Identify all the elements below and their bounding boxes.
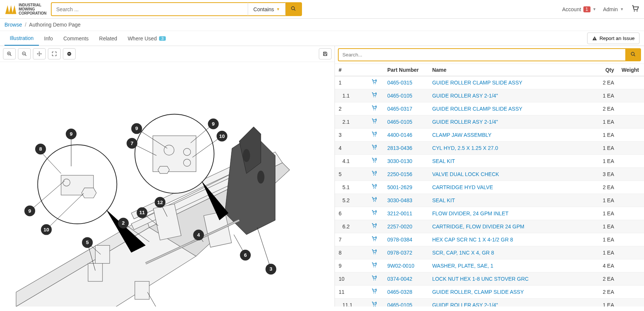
part-name-link[interactable]: HEX CAP SCR NC 1 X 4-1/2 GR 8 [432,237,513,243]
part-name-link[interactable]: CLAMP JAW ASSEMBLY [432,132,491,138]
callout-9[interactable]: 9 [24,206,35,216]
table-row[interactable]: 1.10465-0105GUIDE ROLLER ASY 2-1/4"1 EA [335,89,644,102]
part-number-link[interactable]: 0465-0328 [387,289,412,295]
part-name-link[interactable]: SCR, CAP, 1NC X 4, GR 8 [432,250,494,256]
callout-10b[interactable]: 10 [217,131,228,142]
part-name-link[interactable]: FLOW DIVIDER, 24 GPM INLET [432,210,509,216]
part-name-link[interactable]: GUIDE ROLLER ASY 2-1/4" [432,93,498,99]
brand-logo[interactable]: INDUSTRIAL MOWING CORPORATION [4,3,46,15]
global-search-input[interactable] [51,2,248,16]
table-row[interactable]: 80978-0372SCR, CAP, 1NC X 4, GR 81 EA [335,246,644,259]
part-number-link[interactable]: 9W02-0010 [387,263,414,269]
add-to-cart-button[interactable] [371,250,378,256]
add-to-cart-button[interactable] [371,171,378,178]
table-row[interactable]: 5.23030-0483SEAL KIT1 EA [335,194,644,207]
zoom-out-button[interactable] [18,48,31,59]
table-row[interactable]: 6.22257-0020CARTRIDGE, FLOW DIVIDER 24 G… [335,220,644,233]
table-row[interactable]: 52250-0156VALVE DUAL LOCK CHECK3 EA [335,168,644,181]
part-number-link[interactable]: 3212-0011 [387,210,412,216]
part-number-link[interactable]: 0465-0315 [387,80,412,86]
part-name-link[interactable]: CYL HYD, 2.5 X 1.25 X 27.0 [432,145,498,151]
add-to-cart-button[interactable] [371,93,378,99]
part-name-link[interactable]: LOCK NUT HEX 1-8 UNC STOVER GRC [432,276,529,282]
table-row[interactable]: 4.13030-0130SEAL KIT1 EA [335,155,644,168]
col-header-qty[interactable]: Qty [588,64,618,76]
add-to-cart-button[interactable] [371,289,378,295]
part-number-link[interactable]: 3030-0130 [387,158,412,164]
part-name-link[interactable]: GUIDE ROLLER ASY 2-1/4" [432,302,498,307]
add-to-cart-button[interactable] [371,302,378,307]
table-row[interactable]: 70978-0384HEX CAP SCR NC 1 X 4-1/2 GR 81… [335,233,644,246]
part-number-link[interactable]: 5001-2629 [387,184,412,190]
report-issue-button[interactable]: Report an Issue [587,33,640,44]
callout-6[interactable]: 6 [240,250,251,261]
add-to-cart-button[interactable] [371,210,378,217]
part-number-link[interactable]: 4400-0146 [387,132,412,138]
col-header-name[interactable]: Name [428,64,588,76]
part-name-link[interactable]: SEAL KIT [432,158,455,164]
callout-2[interactable]: 2 [118,218,129,228]
table-row[interactable]: 99W02-0010WASHER, PLATE, SAE, 14 EA [335,259,644,272]
part-name-link[interactable]: GUIDE ROLLER, CLAMP SLIDE ASSY [432,289,524,295]
search-filter-dropdown[interactable]: Contains ▼ [248,2,286,16]
part-number-link[interactable]: 0978-0372 [387,250,412,256]
part-number-link[interactable]: 0978-0384 [387,237,412,243]
add-to-cart-button[interactable] [371,197,378,204]
parts-search-button[interactable] [625,48,641,61]
part-number-link[interactable]: 0465-0317 [387,106,412,112]
part-name-link[interactable]: GUIDE ROLLER CLAMP SLIDE ASSY [432,80,522,86]
part-number-link[interactable]: 2257-0020 [387,224,412,230]
add-to-cart-button[interactable] [371,276,378,282]
part-name-link[interactable]: WASHER, PLATE, SAE, 1 [432,263,493,269]
callout-9d[interactable]: 9 [208,118,219,129]
callout-9b[interactable]: 9 [66,129,77,139]
col-header-part[interactable]: Part Number [384,64,428,76]
part-name-link[interactable]: GUIDE ROLLER CLAMP SLIDE ASSY [432,106,522,112]
part-number-link[interactable]: 0465-0105 [387,119,412,125]
callout-10[interactable]: 10 [41,224,52,235]
reset-button[interactable] [63,48,76,59]
pan-button[interactable] [33,48,46,59]
cart-button[interactable] [631,4,640,15]
callout-11[interactable]: 11 [137,207,147,218]
part-name-link[interactable]: SEAL KIT [432,197,455,203]
table-row[interactable]: 20465-0317GUIDE ROLLER CLAMP SLIDE ASSY2… [335,102,644,116]
breadcrumb-root[interactable]: Browse [4,22,22,28]
search-button[interactable] [286,2,302,16]
add-to-cart-button[interactable] [371,263,378,269]
tab-related[interactable]: Related [94,32,122,45]
col-header-num[interactable]: # [335,64,365,76]
col-header-weight[interactable]: Weight [618,64,644,76]
account-dropdown[interactable]: Account 1 ▼ [562,6,596,12]
tab-info[interactable]: Info [39,32,58,45]
add-to-cart-button[interactable] [371,184,378,191]
table-row[interactable]: 5.15001-2629CARTRIDGE HYD VALVE2 EA [335,181,644,194]
callout-8[interactable]: 8 [35,144,46,154]
add-to-cart-button[interactable] [371,224,378,230]
save-layout-button[interactable] [319,48,332,59]
part-number-link[interactable]: 0374-0042 [387,276,412,282]
tab-where-used[interactable]: Where Used 3 [122,32,171,45]
parts-search-input[interactable] [338,48,625,61]
add-to-cart-button[interactable] [371,132,378,138]
part-number-link[interactable]: 3030-0483 [387,197,412,203]
add-to-cart-button[interactable] [371,158,378,164]
table-row[interactable]: 42813-0436CYL HYD, 2.5 X 1.25 X 27.01 EA [335,142,644,155]
callout-9c[interactable]: 9 [131,123,142,134]
callout-12[interactable]: 12 [155,197,165,208]
callout-7[interactable]: 7 [126,138,137,149]
part-name-link[interactable]: CARTRIDGE HYD VALVE [432,184,493,190]
part-name-link[interactable]: CARTRIDGE, FLOW DIVIDER 24 GPM [432,224,524,230]
table-row[interactable]: 100374-0042LOCK NUT HEX 1-8 UNC STOVER G… [335,272,644,286]
table-row[interactable]: 110465-0328GUIDE ROLLER, CLAMP SLIDE ASS… [335,286,644,299]
table-row[interactable]: 63212-0011FLOW DIVIDER, 24 GPM INLET1 EA [335,207,644,220]
part-number-link[interactable]: 2813-0436 [387,145,412,151]
table-row[interactable]: 10465-0315GUIDE ROLLER CLAMP SLIDE ASSY2… [335,76,644,89]
part-number-link[interactable]: 2250-0156 [387,171,412,177]
zoom-in-button[interactable] [3,48,16,59]
add-to-cart-button[interactable] [371,119,378,125]
part-number-link[interactable]: 0465-0105 [387,93,412,99]
add-to-cart-button[interactable] [371,106,378,112]
part-number-link[interactable]: 0465-0105 [387,302,412,307]
callout-3[interactable]: 3 [266,264,277,275]
